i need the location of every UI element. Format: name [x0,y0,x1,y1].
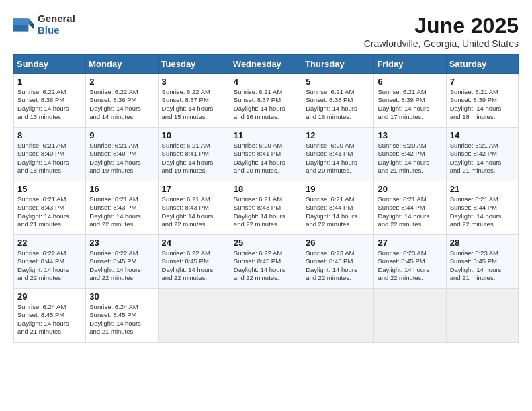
logo: General Blue [13,13,75,36]
calendar-cell [158,289,230,342]
cell-text: Sunrise: 6:22 AMSunset: 8:36 PMDaylight:… [17,88,69,120]
logo-text: General Blue [38,13,75,36]
day-number: 6 [378,77,442,87]
cell-text: Sunrise: 6:24 AMSunset: 8:45 PMDaylight:… [89,303,141,335]
calendar-cell: 29 Sunrise: 6:24 AMSunset: 8:45 PMDaylig… [14,289,86,342]
cell-text: Sunrise: 6:21 AMSunset: 8:43 PMDaylight:… [162,195,214,228]
calendar-week-row: 8 Sunrise: 6:21 AMSunset: 8:40 PMDayligh… [14,128,519,181]
day-number: 24 [162,238,226,248]
cell-text: Sunrise: 6:22 AMSunset: 8:36 PMDaylight:… [89,88,141,120]
calendar-cell: 25 Sunrise: 6:22 AMSunset: 8:45 PMDaylig… [230,235,302,289]
weekday-header-row: SundayMondayTuesdayWednesdayThursdayFrid… [14,55,519,74]
cell-text: Sunrise: 6:21 AMSunset: 8:43 PMDaylight:… [234,195,285,228]
day-number: 26 [306,238,370,248]
weekday-header-thursday: Thursday [302,55,374,74]
svg-rect-4 [13,18,28,25]
day-number: 9 [89,130,154,140]
day-number: 19 [306,184,370,194]
calendar-cell: 19 Sunrise: 6:21 AMSunset: 8:44 PMDaylig… [302,181,374,235]
cell-text: Sunrise: 6:20 AMSunset: 8:41 PMDaylight:… [306,142,357,174]
cell-text: Sunrise: 6:23 AMSunset: 8:45 PMDaylight:… [378,249,429,281]
calendar-cell: 22 Sunrise: 6:22 AMSunset: 8:44 PMDaylig… [14,235,86,289]
cell-text: Sunrise: 6:20 AMSunset: 8:42 PMDaylight:… [378,142,429,174]
calendar-cell: 30 Sunrise: 6:24 AMSunset: 8:45 PMDaylig… [86,289,158,342]
calendar-cell: 21 Sunrise: 6:21 AMSunset: 8:44 PMDaylig… [446,181,518,235]
calendar-week-row: 15 Sunrise: 6:21 AMSunset: 8:43 PMDaylig… [14,181,519,235]
cell-text: Sunrise: 6:21 AMSunset: 8:40 PMDaylight:… [17,142,69,174]
calendar-cell: 2 Sunrise: 6:22 AMSunset: 8:36 PMDayligh… [86,74,158,128]
calendar-cell: 14 Sunrise: 6:21 AMSunset: 8:42 PMDaylig… [446,128,518,181]
day-number: 18 [234,184,298,194]
calendar-cell: 12 Sunrise: 6:20 AMSunset: 8:41 PMDaylig… [302,128,374,181]
cell-text: Sunrise: 6:21 AMSunset: 8:44 PMDaylight:… [378,195,429,228]
calendar-cell: 24 Sunrise: 6:22 AMSunset: 8:45 PMDaylig… [158,235,230,289]
title-area: June 2025 Crawfordville, Georgia, United… [364,13,519,49]
calendar-cell: 10 Sunrise: 6:21 AMSunset: 8:41 PMDaylig… [158,128,230,181]
month-title: June 2025 [364,13,519,38]
calendar-cell: 3 Sunrise: 6:22 AMSunset: 8:37 PMDayligh… [158,74,230,128]
cell-text: Sunrise: 6:21 AMSunset: 8:37 PMDaylight:… [234,88,285,120]
day-number: 5 [306,77,370,87]
cell-text: Sunrise: 6:22 AMSunset: 8:37 PMDaylight:… [162,88,214,120]
calendar-cell: 4 Sunrise: 6:21 AMSunset: 8:37 PMDayligh… [230,74,302,128]
cell-text: Sunrise: 6:21 AMSunset: 8:39 PMDaylight:… [378,88,429,120]
day-number: 7 [450,77,515,87]
location-title: Crawfordville, Georgia, United States [364,38,519,49]
cell-text: Sunrise: 6:22 AMSunset: 8:45 PMDaylight:… [89,249,141,281]
cell-text: Sunrise: 6:21 AMSunset: 8:39 PMDaylight:… [450,88,502,120]
weekday-header-wednesday: Wednesday [230,55,302,74]
day-number: 21 [450,184,515,194]
page-header: General Blue June 2025 Crawfordville, Ge… [13,13,519,49]
calendar-week-row: 1 Sunrise: 6:22 AMSunset: 8:36 PMDayligh… [14,74,519,128]
cell-text: Sunrise: 6:22 AMSunset: 8:45 PMDaylight:… [162,249,214,281]
calendar-cell: 9 Sunrise: 6:21 AMSunset: 8:40 PMDayligh… [86,128,158,181]
cell-text: Sunrise: 6:22 AMSunset: 8:44 PMDaylight:… [17,249,69,281]
day-number: 11 [234,130,298,140]
calendar-week-row: 22 Sunrise: 6:22 AMSunset: 8:44 PMDaylig… [14,235,519,289]
day-number: 22 [17,238,82,248]
calendar-cell: 5 Sunrise: 6:21 AMSunset: 8:38 PMDayligh… [302,74,374,128]
weekday-header-saturday: Saturday [446,55,518,74]
calendar-week-row: 29 Sunrise: 6:24 AMSunset: 8:45 PMDaylig… [14,289,519,342]
day-number: 4 [234,77,298,87]
calendar-cell [374,289,446,342]
day-number: 20 [378,184,442,194]
day-number: 27 [378,238,442,248]
calendar-cell: 7 Sunrise: 6:21 AMSunset: 8:39 PMDayligh… [446,74,518,128]
cell-text: Sunrise: 6:21 AMSunset: 8:40 PMDaylight:… [89,142,141,174]
weekday-header-sunday: Sunday [14,55,86,74]
weekday-header-friday: Friday [374,55,446,74]
day-number: 16 [89,184,154,194]
day-number: 3 [162,77,226,87]
calendar-cell: 11 Sunrise: 6:20 AMSunset: 8:41 PMDaylig… [230,128,302,181]
day-number: 10 [162,130,226,140]
calendar-cell: 13 Sunrise: 6:20 AMSunset: 8:42 PMDaylig… [374,128,446,181]
day-number: 12 [306,130,370,140]
cell-text: Sunrise: 6:21 AMSunset: 8:44 PMDaylight:… [450,195,502,228]
day-number: 25 [234,238,298,248]
day-number: 13 [378,130,442,140]
day-number: 29 [17,291,82,302]
cell-text: Sunrise: 6:21 AMSunset: 8:44 PMDaylight:… [306,195,357,228]
cell-text: Sunrise: 6:21 AMSunset: 8:38 PMDaylight:… [306,88,357,120]
day-number: 23 [89,238,154,248]
day-number: 30 [89,291,154,302]
day-number: 15 [17,184,82,194]
day-number: 28 [450,238,515,248]
calendar-cell: 28 Sunrise: 6:23 AMSunset: 8:45 PMDaylig… [446,235,518,289]
logo-icon [13,14,35,36]
cell-text: Sunrise: 6:20 AMSunset: 8:41 PMDaylight:… [234,142,285,174]
cell-text: Sunrise: 6:21 AMSunset: 8:43 PMDaylight:… [89,195,141,228]
calendar-cell: 1 Sunrise: 6:22 AMSunset: 8:36 PMDayligh… [14,74,86,128]
cell-text: Sunrise: 6:22 AMSunset: 8:45 PMDaylight:… [234,249,285,281]
calendar-cell: 8 Sunrise: 6:21 AMSunset: 8:40 PMDayligh… [14,128,86,181]
cell-text: Sunrise: 6:21 AMSunset: 8:41 PMDaylight:… [162,142,214,174]
calendar-cell: 18 Sunrise: 6:21 AMSunset: 8:43 PMDaylig… [230,181,302,235]
day-number: 1 [17,77,82,87]
calendar-cell: 15 Sunrise: 6:21 AMSunset: 8:43 PMDaylig… [14,181,86,235]
day-number: 14 [450,130,515,140]
day-number: 2 [89,77,154,87]
calendar-cell: 20 Sunrise: 6:21 AMSunset: 8:44 PMDaylig… [374,181,446,235]
calendar-cell: 17 Sunrise: 6:21 AMSunset: 8:43 PMDaylig… [158,181,230,235]
day-number: 17 [162,184,226,194]
